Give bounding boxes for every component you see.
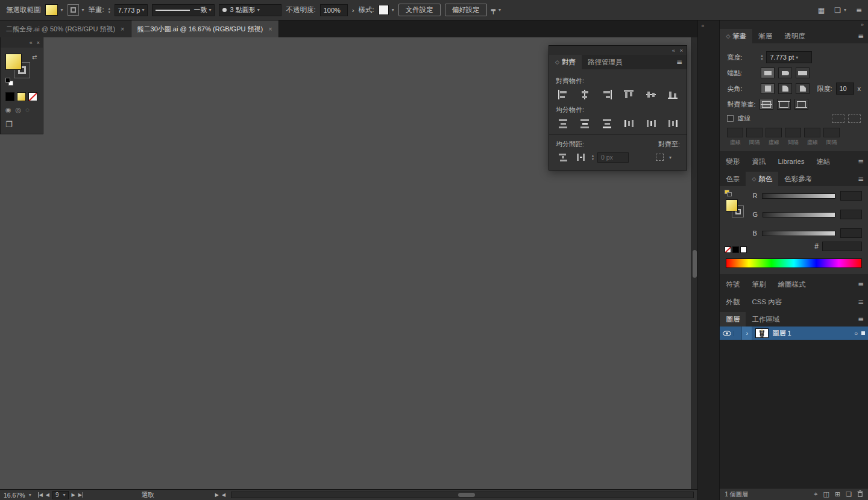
- collapse-panel-icon[interactable]: «: [672, 48, 675, 54]
- stroke-width-field[interactable]: 7.773 pt▾: [766, 51, 812, 63]
- draw-behind-icon[interactable]: ◎: [16, 106, 22, 114]
- preferences-button[interactable]: 偏好設定: [445, 4, 487, 16]
- align-stroke-inside-button[interactable]: [777, 99, 791, 110]
- last-artboard-icon[interactable]: ▶: [78, 492, 83, 498]
- cap-projecting-button[interactable]: [796, 67, 810, 78]
- join-round-button[interactable]: [778, 83, 792, 94]
- white-swatch[interactable]: [740, 246, 747, 253]
- distribute-horizontal-center-icon[interactable]: [644, 118, 658, 129]
- stroke-color-dropdown[interactable]: ▾: [68, 4, 84, 16]
- stroke-width-stepper[interactable]: ▴▾: [761, 54, 763, 61]
- distribute-vertical-center-icon[interactable]: [577, 118, 592, 129]
- panel-menu-icon[interactable]: ≡: [854, 277, 868, 292]
- none-swatch[interactable]: [725, 246, 731, 253]
- fill-color-dropdown[interactable]: ▾: [45, 4, 63, 16]
- panel-menu-icon[interactable]: ≡: [854, 172, 868, 186]
- menu-icon[interactable]: ≡: [856, 6, 862, 14]
- horizontal-distribute-space-icon[interactable]: [574, 152, 588, 163]
- stroke-weight-stepper[interactable]: ▴▾: [108, 7, 110, 14]
- width-profile-dropdown[interactable]: 一致▾: [152, 4, 215, 16]
- gap-field-3[interactable]: [823, 128, 840, 137]
- align-stroke-outside-button[interactable]: [794, 99, 808, 110]
- vertical-scrollbar[interactable]: [691, 37, 697, 489]
- g-value-field[interactable]: [840, 210, 862, 219]
- tab-gradient[interactable]: 漸層: [752, 29, 778, 43]
- dash-field-3[interactable]: [804, 128, 820, 137]
- cap-round-button[interactable]: [778, 67, 792, 78]
- tab-graphic-styles[interactable]: 繪圖樣式: [772, 277, 811, 292]
- zoom-dropdown[interactable]: 16.67%▾: [4, 492, 35, 499]
- close-icon[interactable]: ×: [680, 48, 683, 54]
- horizontal-scroll-thumb[interactable]: [458, 493, 475, 497]
- canvas[interactable]: « × ⇄ ◉ ◎ ◌: [0, 37, 697, 489]
- panel-menu-icon[interactable]: ≡: [854, 295, 868, 309]
- panel-menu-icon[interactable]: ≡: [854, 312, 868, 327]
- join-miter-button[interactable]: [761, 83, 775, 94]
- close-icon[interactable]: ×: [37, 40, 40, 46]
- tab-align[interactable]: ◇對齊: [549, 55, 582, 69]
- opacity-flyout-icon[interactable]: ›: [352, 7, 354, 14]
- align-to-selection-icon[interactable]: [656, 154, 664, 161]
- tab-css-properties[interactable]: CSS 內容: [746, 295, 788, 309]
- color-spectrum-bar[interactable]: [726, 258, 862, 268]
- distribute-bottom-icon[interactable]: [600, 118, 614, 129]
- horizontal-scrollbar[interactable]: [231, 492, 694, 498]
- expand-chevron-icon[interactable]: ›: [742, 327, 752, 340]
- tab-swatches[interactable]: 色票: [720, 172, 746, 186]
- align-horizontal-center-icon[interactable]: [577, 89, 592, 100]
- collapse-dock-icon[interactable]: »: [861, 22, 864, 28]
- locate-object-icon[interactable]: ⌖: [814, 490, 817, 498]
- black-swatch[interactable]: [732, 246, 739, 253]
- tab-color-guide[interactable]: 色彩參考: [778, 172, 818, 186]
- panel-menu-icon[interactable]: ≡: [672, 55, 687, 69]
- tab-color[interactable]: ◇顏色: [746, 172, 778, 186]
- document-setup-button[interactable]: 文件設定: [398, 4, 441, 16]
- tab-stroke[interactable]: ◇筆畫: [720, 29, 752, 43]
- draw-normal-icon[interactable]: ◉: [5, 106, 11, 114]
- tab-info[interactable]: 資訊: [746, 154, 772, 169]
- preserve-dash-icon[interactable]: [832, 114, 844, 123]
- stroke-weight-field[interactable]: 7.773 p▾: [115, 4, 148, 16]
- align-options-dropdown[interactable]: ╤▾: [491, 6, 501, 14]
- layer-row[interactable]: › 圖層 1 ○: [720, 327, 868, 340]
- make-clipping-mask-icon[interactable]: ◫: [823, 490, 829, 498]
- dash-field-1[interactable]: [727, 128, 743, 137]
- tab-transparency[interactable]: 透明度: [778, 29, 811, 43]
- tab-appearance[interactable]: 外觀: [720, 295, 746, 309]
- dash-field-2[interactable]: [766, 128, 782, 137]
- document-tab-2[interactable]: 熊二30小圖.ai @ 16.67% (RGB/GPU 預視) ×: [131, 20, 279, 37]
- align-left-icon[interactable]: [556, 89, 570, 100]
- gradient-button[interactable]: [17, 92, 26, 101]
- distribute-left-icon[interactable]: [621, 118, 636, 129]
- tab-layers[interactable]: 圖層: [720, 312, 746, 327]
- tab-pathfinder[interactable]: 路徑管理員: [582, 55, 629, 69]
- style-dropdown[interactable]: ▾: [379, 5, 394, 15]
- close-icon[interactable]: ×: [268, 25, 272, 33]
- gap-field-2[interactable]: [785, 128, 801, 137]
- r-slider[interactable]: [762, 193, 835, 199]
- scroll-right-icon[interactable]: ◀: [222, 492, 225, 498]
- mini-fill-stroke-icon[interactable]: [725, 190, 732, 196]
- next-artboard-icon[interactable]: ▶: [72, 492, 75, 498]
- b-slider[interactable]: [762, 231, 835, 236]
- hex-field[interactable]: [822, 242, 862, 251]
- artboard-number-dropdown[interactable]: 9▾: [52, 491, 69, 499]
- align-vertical-center-icon[interactable]: [644, 89, 658, 100]
- miter-limit-field[interactable]: 10: [836, 83, 854, 95]
- spacing-field[interactable]: 0 px: [597, 152, 629, 163]
- r-value-field[interactable]: [840, 191, 862, 201]
- layer-target-icon[interactable]: ○: [854, 330, 861, 337]
- workspace-switcher[interactable]: ❏▾: [834, 6, 846, 14]
- vertical-distribute-space-icon[interactable]: [556, 152, 570, 163]
- arrange-documents-icon[interactable]: ▦: [818, 6, 825, 14]
- none-button[interactable]: [28, 92, 37, 101]
- tab-symbols[interactable]: 符號: [720, 277, 746, 292]
- brush-definition-dropdown[interactable]: 3 點圓形▾: [219, 4, 281, 16]
- vertical-scroll-thumb[interactable]: [693, 250, 697, 278]
- distribute-right-icon[interactable]: [665, 118, 680, 129]
- fill-indicator[interactable]: [726, 199, 738, 211]
- first-artboard-icon[interactable]: ◀: [38, 492, 43, 498]
- tab-brushes[interactable]: 筆刷: [746, 277, 772, 292]
- tab-links[interactable]: 連結: [811, 154, 837, 169]
- swap-fill-stroke-icon[interactable]: ⇄: [32, 54, 37, 60]
